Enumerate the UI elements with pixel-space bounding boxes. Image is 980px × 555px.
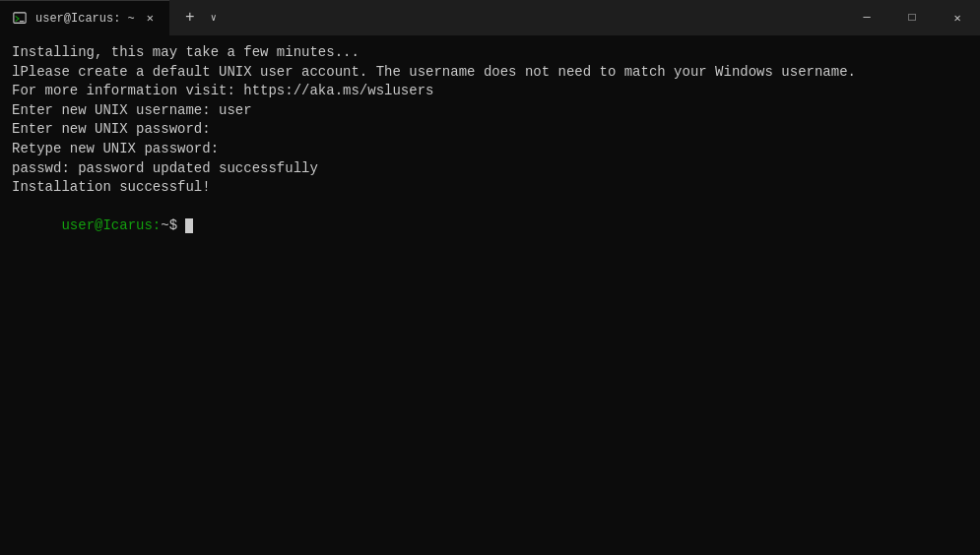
- window-controls: — □ ✕: [844, 0, 980, 35]
- terminal-line-4: Enter new UNIX username: user: [12, 101, 968, 121]
- terminal-window: user@Icarus: ~ ✕ + ∨ — □ ✕ Installing, t…: [0, 0, 980, 555]
- terminal-content[interactable]: Installing, this may take a few minutes.…: [0, 35, 980, 555]
- terminal-line-2: lPlease create a default UNIX user accou…: [12, 63, 968, 83]
- tab-close-button[interactable]: ✕: [143, 9, 158, 28]
- terminal-line-7: passwd: password updated successfully: [12, 159, 968, 179]
- terminal-line-6: Retype new UNIX password:: [12, 140, 968, 159]
- terminal-line-5: Enter new UNIX password:: [12, 120, 968, 140]
- terminal-line-1: Installing, this may take a few minutes.…: [12, 43, 968, 63]
- terminal-line-3: For more information visit: https://aka.…: [12, 82, 968, 101]
- terminal-icon: [12, 11, 28, 27]
- minimize-button[interactable]: —: [844, 0, 889, 35]
- maximize-button[interactable]: □: [889, 0, 935, 35]
- active-tab[interactable]: user@Icarus: ~ ✕: [0, 0, 169, 35]
- terminal-line-8: Installation successful!: [12, 178, 968, 198]
- terminal-prompt-line: user@Icarus:~$: [12, 198, 968, 256]
- tab-label: user@Icarus: ~: [35, 12, 135, 26]
- titlebar: user@Icarus: ~ ✕ + ∨ — □ ✕: [0, 0, 980, 35]
- prompt-cursor-space: [177, 217, 185, 233]
- titlebar-actions: + ∨: [177, 5, 223, 31]
- prompt-path: ~$: [161, 217, 177, 233]
- new-tab-button[interactable]: +: [177, 5, 203, 31]
- prompt-user-host: user@Icarus:: [61, 217, 161, 233]
- terminal-cursor: [185, 218, 193, 233]
- dropdown-button[interactable]: ∨: [205, 8, 223, 28]
- close-button[interactable]: ✕: [935, 0, 980, 35]
